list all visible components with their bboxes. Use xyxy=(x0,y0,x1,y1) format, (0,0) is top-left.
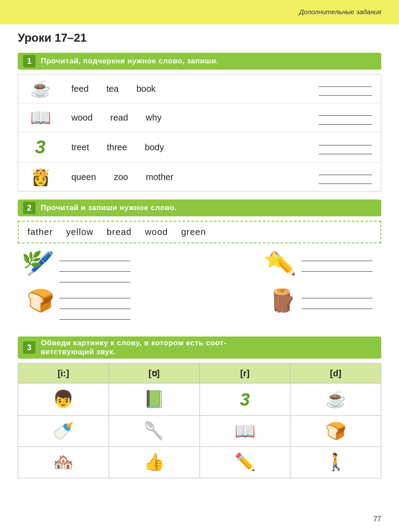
row4-words: queen zoo mother xyxy=(63,172,314,182)
wb-word-bread: bread xyxy=(107,227,132,237)
row3-words: treet three body xyxy=(63,142,314,153)
crayon-yellow-icon: ✏️ xyxy=(200,451,290,473)
section-3-instruction: Обведи картинку к слову, в котором есть … xyxy=(41,339,227,356)
s2-bread-lines xyxy=(59,288,130,320)
s2-wood-item: 🪵 xyxy=(269,288,372,313)
row3-write-lines xyxy=(314,138,381,156)
cup-icon: ☕ xyxy=(18,77,63,100)
row2-words: wood read why xyxy=(63,113,314,123)
write-line xyxy=(59,292,130,298)
phoneme-col-2: [ʊ] xyxy=(109,364,200,383)
section-2-number: 2 xyxy=(23,202,35,214)
s2-bread-item: 🍞 xyxy=(27,288,130,320)
section-1-instruction: Прочитай, подчеркни нужное слово, запиши… xyxy=(41,57,219,66)
green-crayon-icon: 🖊️ 🌿 xyxy=(27,250,54,276)
p3c1: 🏘️ xyxy=(18,447,109,478)
phoneme-col-4: [d] xyxy=(290,364,381,383)
word-tea: tea xyxy=(106,84,119,94)
write-line xyxy=(319,119,372,125)
feeding-icon: 🍼 xyxy=(18,420,109,442)
town-icon: 🏘️ xyxy=(18,451,109,473)
write-line xyxy=(319,90,372,96)
word-wood: wood xyxy=(71,113,93,123)
word-bank: father yellow bread wood green xyxy=(18,221,381,243)
write-line xyxy=(59,266,130,272)
section-3-number: 3 xyxy=(23,341,35,354)
three-number-icon: 3 xyxy=(200,388,290,411)
section-2-instruction: Прочитай и запиши нужное слово. xyxy=(41,203,177,212)
word-read: read xyxy=(110,113,128,123)
wb-word-wood: wood xyxy=(145,227,168,237)
section-3: 3 Обведи картинку к слову, в котором ест… xyxy=(18,336,381,478)
word-treet: treet xyxy=(71,142,89,153)
top-label: Дополнительные задания xyxy=(299,8,381,16)
spoon-icon: 🥄 xyxy=(109,420,200,442)
wb-word-yellow: yellow xyxy=(66,227,94,237)
word-row-4: 👸 queen zoo mother xyxy=(18,163,381,191)
s2-yellow-lines xyxy=(301,250,372,272)
yellow-crayon-icon: ✏️ ⭐ xyxy=(269,250,296,276)
phoneme-table: [iː] [ʊ] [r] [d] 👦 📗 3 ☕ 🍼 🥄 xyxy=(18,363,381,478)
girl-reading-icon: 📖 xyxy=(18,106,63,129)
p3c3: ✏️ xyxy=(200,447,290,478)
bread2-icon: 🍞 xyxy=(290,420,381,442)
word-mother: mother xyxy=(146,172,173,182)
write-line xyxy=(59,255,130,261)
write-line xyxy=(319,82,372,87)
word-row-3: 3 treet three body xyxy=(18,132,381,163)
p3c2: 👍 xyxy=(109,447,200,478)
s2-green-lines xyxy=(59,250,130,282)
word-three: three xyxy=(107,142,127,153)
s2-wood-lines xyxy=(301,288,372,309)
p2c3: 📖 xyxy=(200,416,290,447)
p2c4: 🍞 xyxy=(290,416,381,447)
phoneme-col-1: [iː] xyxy=(18,364,109,383)
word-body: body xyxy=(145,142,164,153)
word-why: why xyxy=(146,113,162,123)
write-line xyxy=(301,303,372,309)
write-line xyxy=(301,266,372,272)
lesson-title: Уроки 17–21 xyxy=(18,31,381,45)
write-line xyxy=(319,110,372,116)
section-1-number: 1 xyxy=(23,55,35,67)
phoneme-row-3: 🏘️ 👍 ✏️ 🚶 xyxy=(18,447,381,478)
write-line xyxy=(319,140,372,145)
wb-word-father: father xyxy=(27,227,53,237)
p3c4: 🚶 xyxy=(290,447,381,478)
tea-cup-icon: ☕ xyxy=(290,388,381,410)
reading-girl-icon: 📖 xyxy=(200,420,290,442)
word-feed: feed xyxy=(71,84,89,94)
write-line xyxy=(319,149,372,154)
write-line xyxy=(59,313,130,320)
p1c4: ☕ xyxy=(290,383,381,416)
section-2-header: 2 Прочитай и запиши нужное слово. xyxy=(18,200,381,216)
p2c2: 🥄 xyxy=(109,416,200,447)
bread-icon: 🍞 xyxy=(27,288,54,313)
row1-words: feed tea book xyxy=(63,84,314,94)
p1c1: 👦 xyxy=(18,383,109,416)
word-row-2: 📖 wood read why xyxy=(18,103,381,132)
phoneme-row-1: 👦 📗 3 ☕ xyxy=(18,383,381,416)
person-icon: 🚶 xyxy=(290,451,381,473)
book-icon: 📗 xyxy=(109,388,200,410)
write-line xyxy=(319,170,372,175)
section-1-header: 1 Прочитай, подчеркни нужное слово, запи… xyxy=(18,53,381,70)
word-zoo: zoo xyxy=(114,172,128,182)
row2-write-lines xyxy=(314,109,381,126)
write-line xyxy=(59,276,130,282)
write-line xyxy=(319,179,372,184)
thumbs-up-icon: 👍 xyxy=(109,451,200,473)
child-face-icon: 👦 xyxy=(18,388,109,410)
section-2: 2 Прочитай и запиши нужное слово. father… xyxy=(18,200,381,320)
wb-word-green: green xyxy=(181,227,206,237)
section-1: 1 Прочитай, подчеркни нужное слово, запи… xyxy=(18,53,381,192)
write-line xyxy=(301,255,372,261)
p2c1: 🍼 xyxy=(18,416,109,447)
three-icon: 3 xyxy=(18,135,63,160)
p1c2: 📗 xyxy=(109,383,200,416)
word-book: book xyxy=(137,84,156,94)
section-3-header: 3 Обведи картинку к слову, в котором ест… xyxy=(18,336,381,359)
write-line xyxy=(59,303,130,309)
s2-yellow-item: ✏️ ⭐ xyxy=(269,250,372,276)
row1-write-lines xyxy=(314,80,381,98)
